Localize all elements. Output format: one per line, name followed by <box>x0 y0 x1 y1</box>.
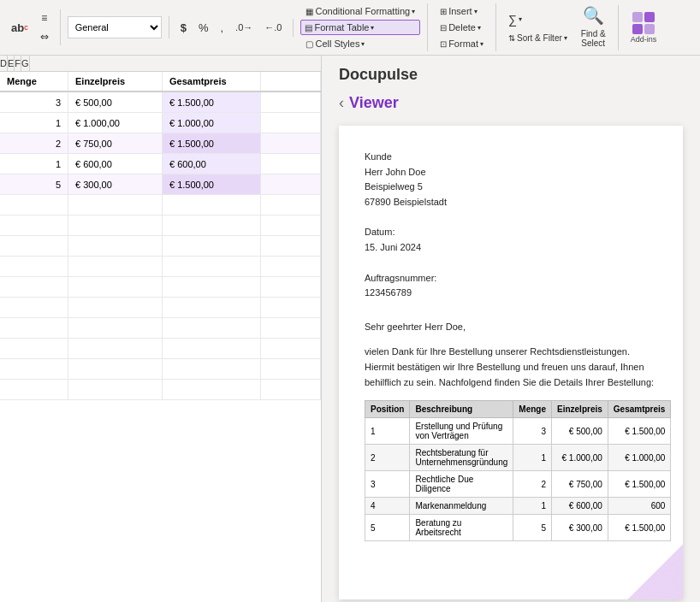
cell-e3[interactable]: € 750,00 <box>68 133 163 153</box>
back-button[interactable]: ‹ <box>339 94 344 112</box>
cell-e4[interactable]: € 600,00 <box>68 154 163 174</box>
abc-icon[interactable]: abc <box>7 19 33 37</box>
cell-empty[interactable] <box>163 257 261 276</box>
header-einzelpreis[interactable]: Einzelpreis <box>68 72 163 91</box>
cell-empty[interactable] <box>261 298 321 317</box>
cell-empty[interactable] <box>261 236 321 256</box>
cell-gesamtpreis: € 1.000,00 <box>608 445 671 471</box>
cell-e5[interactable]: € 300,00 <box>68 174 163 194</box>
cell-empty[interactable] <box>163 318 261 338</box>
cell-empty[interactable] <box>261 277 321 297</box>
table-row <box>0 359 321 380</box>
format-button[interactable]: ⊡ Format ▾ <box>435 36 489 51</box>
format-select[interactable]: General <box>68 16 162 38</box>
cell-empty[interactable] <box>68 298 163 317</box>
viewer-label[interactable]: Viewer <box>349 94 399 112</box>
cell-empty[interactable] <box>0 215 68 235</box>
cell-g3[interactable] <box>261 133 321 153</box>
cell-empty[interactable] <box>163 236 261 256</box>
cell-empty[interactable] <box>261 195 321 215</box>
comma-button[interactable]: , <box>216 19 228 37</box>
cell-empty[interactable] <box>163 359 261 379</box>
cell-e1[interactable]: € 500,00 <box>68 92 163 112</box>
wrap-text-icon[interactable]: ⇔ <box>36 28 53 45</box>
cell-empty[interactable] <box>0 277 68 297</box>
cell-d4[interactable]: 1 <box>0 154 68 174</box>
cell-empty[interactable] <box>163 380 261 399</box>
decrease-decimal-button[interactable]: .0→ <box>231 20 257 35</box>
cell-f4[interactable]: € 600,00 <box>163 154 261 174</box>
cell-einzelpreis: € 300,00 <box>551 515 608 541</box>
percent-button[interactable]: % <box>194 19 213 37</box>
cell-empty[interactable] <box>68 359 163 379</box>
cell-empty[interactable] <box>0 195 68 215</box>
cell-empty[interactable] <box>0 380 68 399</box>
cell-empty[interactable] <box>0 298 68 317</box>
cell-f1[interactable]: € 1.500,00 <box>163 92 261 112</box>
cell-empty[interactable] <box>261 257 321 276</box>
cell-f3[interactable]: € 1.500,00 <box>163 133 261 153</box>
cell-empty[interactable] <box>68 277 163 297</box>
cell-d1[interactable]: 3 <box>0 92 68 112</box>
cell-g4[interactable] <box>261 154 321 174</box>
cell-g1[interactable] <box>261 92 321 112</box>
cell-d5[interactable]: 5 <box>0 174 68 194</box>
cell-empty[interactable] <box>68 339 163 358</box>
cell-empty[interactable] <box>261 380 321 399</box>
viewer-panel: Docupulse ‹ Viewer Kunde Herr John Doe B… <box>322 56 700 602</box>
cell-empty[interactable] <box>261 339 321 358</box>
customer-city: 67890 Beispielstadt <box>365 195 657 210</box>
editing-group: ∑▾ ⇅ Sort & Filter ▾ 🔍 Find &Select <box>503 5 619 50</box>
cell-f2[interactable]: € 1.000,00 <box>163 113 261 133</box>
table-row <box>0 195 321 215</box>
cell-f5[interactable]: € 1.500,00 <box>163 174 261 194</box>
cell-empty[interactable] <box>68 236 163 256</box>
currency-button[interactable]: $ <box>176 19 191 37</box>
cell-g2[interactable] <box>261 113 321 133</box>
customer-name: Herr John Doe <box>365 165 657 180</box>
header-extra[interactable] <box>261 72 321 91</box>
cell-empty[interactable] <box>68 380 163 399</box>
table-row: 4 Markenanmeldung 1 € 600,00 600 <box>365 498 671 515</box>
viewer-header: Docupulse <box>322 56 700 91</box>
cell-empty[interactable] <box>261 215 321 235</box>
align-left-icon[interactable]: ≡ <box>36 9 53 27</box>
cell-empty[interactable] <box>163 215 261 235</box>
cell-empty[interactable] <box>261 359 321 379</box>
increase-decimal-button[interactable]: ←.0 <box>260 20 286 35</box>
cell-e2[interactable]: € 1.000,00 <box>68 113 163 133</box>
cell-empty[interactable] <box>68 195 163 215</box>
sort-filter-button[interactable]: ⇅ Sort & Filter ▾ <box>503 31 572 45</box>
format-as-table-button[interactable]: ▤ Format Table ▾ <box>300 20 420 35</box>
cell-empty[interactable] <box>0 359 68 379</box>
cell-empty[interactable] <box>0 257 68 276</box>
cell-empty[interactable] <box>163 195 261 215</box>
delete-button[interactable]: ⊟ Delete ▾ <box>435 20 489 35</box>
cell-pos: 2 <box>365 445 410 471</box>
table-row: 1 Erstellung und Prüfung von Verträgen 3… <box>365 418 671 445</box>
cell-empty[interactable] <box>0 318 68 338</box>
cell-empty[interactable] <box>163 339 261 358</box>
cell-g5[interactable] <box>261 174 321 194</box>
insert-button[interactable]: ⊞ Insert ▾ <box>435 3 489 19</box>
order-value: 123456789 <box>365 286 657 301</box>
conditional-formatting-button[interactable]: ▦ Conditional Formatting ▾ <box>300 3 420 19</box>
cell-empty[interactable] <box>68 257 163 276</box>
cell-empty[interactable] <box>163 277 261 297</box>
sum-button[interactable]: ∑▾ <box>503 10 572 29</box>
cell-empty[interactable] <box>261 318 321 338</box>
table-row <box>0 380 321 400</box>
cell-d3[interactable]: 2 <box>0 133 68 153</box>
find-select-button[interactable]: Find &Select <box>576 27 611 50</box>
addins-button[interactable]: Add-ins <box>626 9 662 47</box>
cell-empty[interactable] <box>163 298 261 317</box>
cell-empty[interactable] <box>68 215 163 235</box>
cell-styles-button[interactable]: ▢ Cell Styles ▾ <box>300 36 420 51</box>
cell-empty[interactable] <box>0 236 68 256</box>
viewer-nav: ‹ Viewer <box>322 91 700 119</box>
header-gesamtpreis[interactable]: Gesamtpreis <box>163 72 261 91</box>
cell-d2[interactable]: 1 <box>0 113 68 133</box>
cell-empty[interactable] <box>0 339 68 358</box>
cell-empty[interactable] <box>68 318 163 338</box>
header-menge[interactable]: Menge <box>0 72 68 91</box>
